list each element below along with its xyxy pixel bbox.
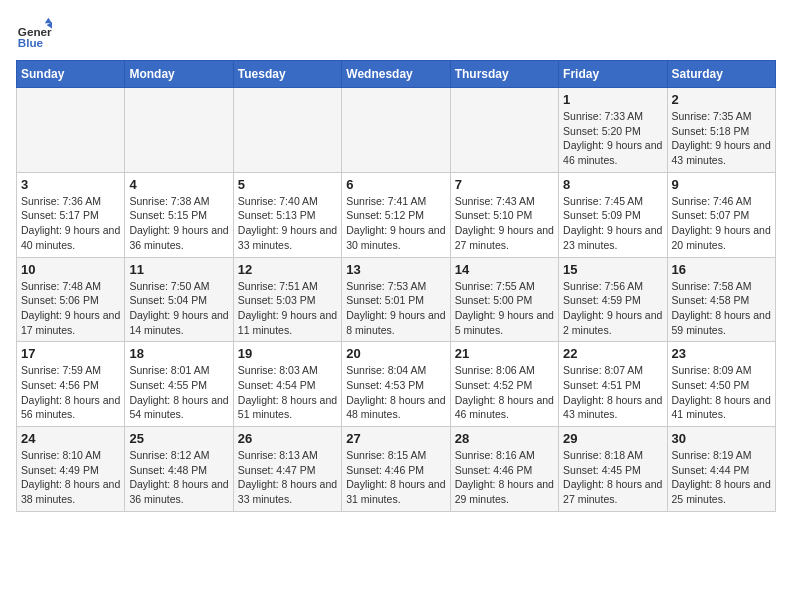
day-cell: 19Sunrise: 8:03 AM Sunset: 4:54 PM Dayli… <box>233 342 341 427</box>
day-info: Sunrise: 7:35 AM Sunset: 5:18 PM Dayligh… <box>672 109 771 168</box>
day-info: Sunrise: 7:59 AM Sunset: 4:56 PM Dayligh… <box>21 363 120 422</box>
day-info: Sunrise: 7:33 AM Sunset: 5:20 PM Dayligh… <box>563 109 662 168</box>
day-info: Sunrise: 7:50 AM Sunset: 5:04 PM Dayligh… <box>129 279 228 338</box>
calendar-header-row: SundayMondayTuesdayWednesdayThursdayFrid… <box>17 61 776 88</box>
calendar-body: 1Sunrise: 7:33 AM Sunset: 5:20 PM Daylig… <box>17 88 776 512</box>
day-cell: 1Sunrise: 7:33 AM Sunset: 5:20 PM Daylig… <box>559 88 667 173</box>
day-cell: 20Sunrise: 8:04 AM Sunset: 4:53 PM Dayli… <box>342 342 450 427</box>
day-cell: 28Sunrise: 8:16 AM Sunset: 4:46 PM Dayli… <box>450 427 558 512</box>
day-info: Sunrise: 7:43 AM Sunset: 5:10 PM Dayligh… <box>455 194 554 253</box>
page-header: General Blue <box>16 16 776 52</box>
day-cell: 26Sunrise: 8:13 AM Sunset: 4:47 PM Dayli… <box>233 427 341 512</box>
day-number: 14 <box>455 262 554 277</box>
header-monday: Monday <box>125 61 233 88</box>
day-cell <box>17 88 125 173</box>
header-thursday: Thursday <box>450 61 558 88</box>
day-cell: 27Sunrise: 8:15 AM Sunset: 4:46 PM Dayli… <box>342 427 450 512</box>
logo-icon: General Blue <box>16 16 52 52</box>
day-info: Sunrise: 7:51 AM Sunset: 5:03 PM Dayligh… <box>238 279 337 338</box>
day-number: 5 <box>238 177 337 192</box>
header-friday: Friday <box>559 61 667 88</box>
day-number: 23 <box>672 346 771 361</box>
day-cell: 6Sunrise: 7:41 AM Sunset: 5:12 PM Daylig… <box>342 172 450 257</box>
day-info: Sunrise: 7:41 AM Sunset: 5:12 PM Dayligh… <box>346 194 445 253</box>
day-number: 25 <box>129 431 228 446</box>
header-saturday: Saturday <box>667 61 775 88</box>
day-info: Sunrise: 8:12 AM Sunset: 4:48 PM Dayligh… <box>129 448 228 507</box>
day-number: 2 <box>672 92 771 107</box>
day-info: Sunrise: 8:18 AM Sunset: 4:45 PM Dayligh… <box>563 448 662 507</box>
day-number: 30 <box>672 431 771 446</box>
day-info: Sunrise: 8:13 AM Sunset: 4:47 PM Dayligh… <box>238 448 337 507</box>
header-wednesday: Wednesday <box>342 61 450 88</box>
day-number: 10 <box>21 262 120 277</box>
day-cell: 14Sunrise: 7:55 AM Sunset: 5:00 PM Dayli… <box>450 257 558 342</box>
day-info: Sunrise: 8:10 AM Sunset: 4:49 PM Dayligh… <box>21 448 120 507</box>
svg-text:Blue: Blue <box>18 36 44 49</box>
day-number: 7 <box>455 177 554 192</box>
day-number: 20 <box>346 346 445 361</box>
day-cell <box>233 88 341 173</box>
day-number: 9 <box>672 177 771 192</box>
day-info: Sunrise: 7:40 AM Sunset: 5:13 PM Dayligh… <box>238 194 337 253</box>
day-number: 27 <box>346 431 445 446</box>
day-number: 24 <box>21 431 120 446</box>
week-row-5: 24Sunrise: 8:10 AM Sunset: 4:49 PM Dayli… <box>17 427 776 512</box>
day-cell <box>450 88 558 173</box>
day-info: Sunrise: 8:06 AM Sunset: 4:52 PM Dayligh… <box>455 363 554 422</box>
svg-marker-2 <box>45 18 52 23</box>
day-cell: 30Sunrise: 8:19 AM Sunset: 4:44 PM Dayli… <box>667 427 775 512</box>
day-cell: 24Sunrise: 8:10 AM Sunset: 4:49 PM Dayli… <box>17 427 125 512</box>
day-number: 21 <box>455 346 554 361</box>
day-cell: 18Sunrise: 8:01 AM Sunset: 4:55 PM Dayli… <box>125 342 233 427</box>
day-number: 8 <box>563 177 662 192</box>
day-number: 13 <box>346 262 445 277</box>
day-info: Sunrise: 7:46 AM Sunset: 5:07 PM Dayligh… <box>672 194 771 253</box>
day-cell: 12Sunrise: 7:51 AM Sunset: 5:03 PM Dayli… <box>233 257 341 342</box>
day-cell: 16Sunrise: 7:58 AM Sunset: 4:58 PM Dayli… <box>667 257 775 342</box>
day-info: Sunrise: 8:03 AM Sunset: 4:54 PM Dayligh… <box>238 363 337 422</box>
day-info: Sunrise: 8:01 AM Sunset: 4:55 PM Dayligh… <box>129 363 228 422</box>
day-cell <box>342 88 450 173</box>
day-info: Sunrise: 7:58 AM Sunset: 4:58 PM Dayligh… <box>672 279 771 338</box>
day-cell: 11Sunrise: 7:50 AM Sunset: 5:04 PM Dayli… <box>125 257 233 342</box>
header-sunday: Sunday <box>17 61 125 88</box>
day-cell: 23Sunrise: 8:09 AM Sunset: 4:50 PM Dayli… <box>667 342 775 427</box>
day-number: 16 <box>672 262 771 277</box>
logo: General Blue <box>16 16 56 52</box>
day-number: 11 <box>129 262 228 277</box>
day-cell: 3Sunrise: 7:36 AM Sunset: 5:17 PM Daylig… <box>17 172 125 257</box>
day-info: Sunrise: 8:16 AM Sunset: 4:46 PM Dayligh… <box>455 448 554 507</box>
day-number: 1 <box>563 92 662 107</box>
day-number: 6 <box>346 177 445 192</box>
week-row-4: 17Sunrise: 7:59 AM Sunset: 4:56 PM Dayli… <box>17 342 776 427</box>
day-info: Sunrise: 8:19 AM Sunset: 4:44 PM Dayligh… <box>672 448 771 507</box>
day-number: 12 <box>238 262 337 277</box>
day-number: 18 <box>129 346 228 361</box>
day-number: 4 <box>129 177 228 192</box>
day-cell: 5Sunrise: 7:40 AM Sunset: 5:13 PM Daylig… <box>233 172 341 257</box>
day-info: Sunrise: 7:53 AM Sunset: 5:01 PM Dayligh… <box>346 279 445 338</box>
day-number: 3 <box>21 177 120 192</box>
calendar-table: SundayMondayTuesdayWednesdayThursdayFrid… <box>16 60 776 512</box>
day-info: Sunrise: 8:09 AM Sunset: 4:50 PM Dayligh… <box>672 363 771 422</box>
day-info: Sunrise: 8:04 AM Sunset: 4:53 PM Dayligh… <box>346 363 445 422</box>
week-row-2: 3Sunrise: 7:36 AM Sunset: 5:17 PM Daylig… <box>17 172 776 257</box>
day-number: 26 <box>238 431 337 446</box>
day-cell: 10Sunrise: 7:48 AM Sunset: 5:06 PM Dayli… <box>17 257 125 342</box>
day-number: 28 <box>455 431 554 446</box>
day-cell: 9Sunrise: 7:46 AM Sunset: 5:07 PM Daylig… <box>667 172 775 257</box>
day-cell: 8Sunrise: 7:45 AM Sunset: 5:09 PM Daylig… <box>559 172 667 257</box>
day-cell: 2Sunrise: 7:35 AM Sunset: 5:18 PM Daylig… <box>667 88 775 173</box>
day-cell: 15Sunrise: 7:56 AM Sunset: 4:59 PM Dayli… <box>559 257 667 342</box>
day-cell: 17Sunrise: 7:59 AM Sunset: 4:56 PM Dayli… <box>17 342 125 427</box>
day-number: 29 <box>563 431 662 446</box>
day-cell: 21Sunrise: 8:06 AM Sunset: 4:52 PM Dayli… <box>450 342 558 427</box>
day-cell: 29Sunrise: 8:18 AM Sunset: 4:45 PM Dayli… <box>559 427 667 512</box>
day-cell: 22Sunrise: 8:07 AM Sunset: 4:51 PM Dayli… <box>559 342 667 427</box>
week-row-3: 10Sunrise: 7:48 AM Sunset: 5:06 PM Dayli… <box>17 257 776 342</box>
day-number: 19 <box>238 346 337 361</box>
day-info: Sunrise: 8:15 AM Sunset: 4:46 PM Dayligh… <box>346 448 445 507</box>
day-cell: 13Sunrise: 7:53 AM Sunset: 5:01 PM Dayli… <box>342 257 450 342</box>
day-info: Sunrise: 8:07 AM Sunset: 4:51 PM Dayligh… <box>563 363 662 422</box>
